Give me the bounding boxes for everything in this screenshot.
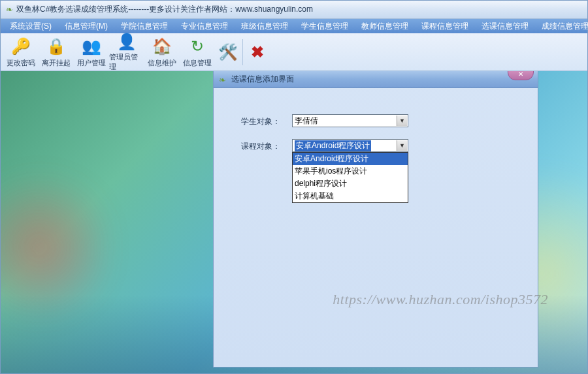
titlebar-text: 双鱼林C#教务选课成绩管理系统--------更多设计关注作者网站：www.sh… — [16, 4, 313, 15]
close-icon: ✕ — [518, 71, 523, 78]
main-window: ❧ 双鱼林C#教务选课成绩管理系统--------更多设计关注作者网站：www.… — [0, 0, 588, 374]
dialog-body: 学生对象： 李倩倩 ▼ 课程对象： 安卓Android程序设计 ▼ — [214, 88, 538, 367]
content-area: ❧ 选课信息添加界面 ✕ 学生对象： 李倩倩 ▼ 课程对象： — [1, 71, 587, 373]
course-select[interactable]: 安卓Android程序设计 ▼ — [292, 139, 408, 152]
tool-users[interactable]: 👥 用户管理 — [74, 35, 109, 70]
admin-icon: 👤 — [116, 33, 137, 51]
dropdown-arrow-icon: ▼ — [397, 116, 407, 126]
tool-settings[interactable]: 🛠️ — [215, 35, 241, 70]
users-icon: 👥 — [81, 36, 102, 57]
dropdown-option[interactable]: 安卓Android程序设计 — [293, 153, 408, 165]
close-x-icon: ✖ — [247, 42, 268, 63]
menu-grade[interactable]: 成绩信息管理 — [535, 20, 588, 33]
menubar: 系统设置(S) 信息管理(M) 学院信息管理 专业信息管理 班级信息管理 学生信… — [1, 19, 587, 33]
student-select[interactable]: 李倩倩 ▼ — [292, 114, 408, 127]
menu-info[interactable]: 信息管理(M) — [58, 20, 114, 33]
dropdown-arrow-icon: ▼ — [397, 140, 407, 151]
menu-system[interactable]: 系统设置(S) — [3, 20, 58, 33]
student-value: 李倩倩 — [295, 116, 318, 127]
dropdown-option[interactable]: delphi程序设计 — [293, 178, 408, 190]
dialog-close-button[interactable]: ✕ — [508, 71, 534, 80]
home-icon: 🏠 — [152, 36, 172, 57]
course-dropdown-list: 安卓Android程序设计 苹果手机ios程序设计 delphi程序设计 计算机… — [292, 152, 408, 203]
add-selection-dialog: ❧ 选课信息添加界面 ✕ 学生对象： 李倩倩 ▼ 课程对象： — [213, 71, 538, 367]
tool-maintain[interactable]: 🏠 信息维护 — [144, 35, 180, 70]
app-icon: ❧ — [5, 5, 14, 14]
tools-icon: 🛠️ — [218, 42, 238, 63]
tool-close[interactable]: ✖ — [244, 35, 270, 70]
tool-lock[interactable]: 🔒 离开挂起 — [39, 35, 74, 70]
toolbar: 🔑 更改密码 🔒 离开挂起 👥 用户管理 👤 管理员管理 🏠 信息维护 ↻ 信息… — [1, 33, 587, 71]
menu-college[interactable]: 学院信息管理 — [114, 20, 174, 33]
student-label: 学生对象： — [233, 114, 292, 127]
course-row: 课程对象： 安卓Android程序设计 ▼ 安卓Android程序设计 苹果手机… — [233, 139, 518, 152]
menu-teacher[interactable]: 教师信息管理 — [355, 20, 415, 33]
dialog-titlebar[interactable]: ❧ 选课信息添加界面 ✕ — [214, 71, 538, 88]
menu-major[interactable]: 专业信息管理 — [174, 20, 235, 33]
student-row: 学生对象： 李倩倩 ▼ — [233, 114, 518, 127]
menu-student[interactable]: 学生信息管理 — [295, 20, 355, 33]
refresh-icon: ↻ — [187, 36, 208, 57]
course-value: 安卓Android程序设计 — [295, 140, 371, 151]
dialog-icon: ❧ — [219, 75, 228, 84]
dropdown-option[interactable]: 苹果手机ios程序设计 — [293, 165, 408, 178]
menu-course[interactable]: 课程信息管理 — [415, 20, 475, 33]
toolbar-separator — [242, 39, 243, 65]
key-icon: 🔑 — [10, 36, 31, 57]
course-label: 课程对象： — [233, 139, 292, 152]
menu-select[interactable]: 选课信息管理 — [475, 20, 535, 33]
menu-class[interactable]: 班级信息管理 — [235, 20, 295, 33]
tool-change-password[interactable]: 🔑 更改密码 — [3, 35, 39, 70]
tool-manage[interactable]: ↻ 信息管理 — [180, 35, 215, 70]
tool-admin[interactable]: 👤 管理员管理 — [109, 35, 144, 70]
dialog-title: 选课信息添加界面 — [231, 74, 294, 85]
dropdown-option[interactable]: 计算机基础 — [293, 190, 408, 202]
titlebar: ❧ 双鱼林C#教务选课成绩管理系统--------更多设计关注作者网站：www.… — [1, 1, 587, 19]
lock-icon: 🔒 — [46, 36, 67, 57]
